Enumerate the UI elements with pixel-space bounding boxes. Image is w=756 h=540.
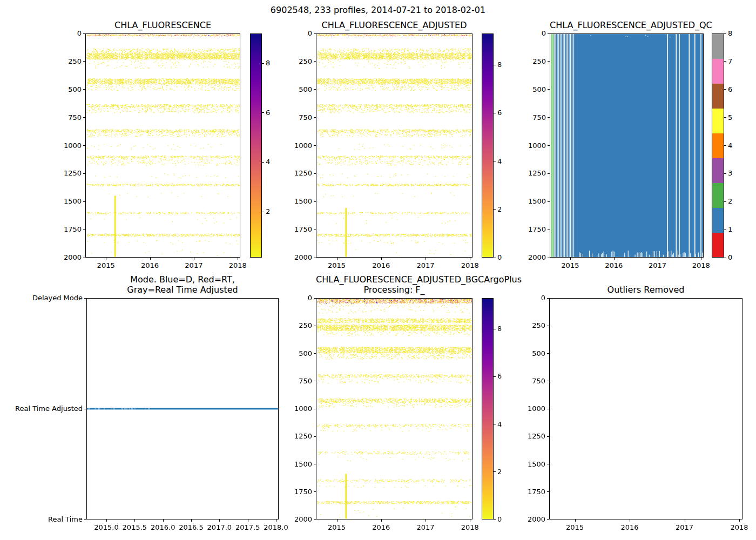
colorbar-tick-label: 8 [497, 60, 514, 69]
y-tick-label: 1500 [53, 197, 82, 205]
colorbar-tick-label: 0 [497, 515, 514, 523]
x-tick-mark [630, 519, 630, 522]
y-tick-label: 1500 [517, 460, 545, 468]
colorbar-tick-mark [262, 162, 264, 163]
y-tick-mark [84, 298, 86, 299]
subplot-title-chla-fluorescence-adjusted-qc: CHLA_FLUORESCENCE_ADJUSTED_QC [550, 20, 704, 30]
plot-area-qc[interactable] [550, 33, 704, 258]
x-tick-label: 2016 [364, 261, 399, 269]
x-tick-mark [470, 519, 470, 522]
y-tick-mark [547, 409, 549, 409]
colorbar-tick-mark [494, 519, 496, 520]
colorbar-tick-label: 5 [728, 113, 744, 122]
x-tick-label: 2016 [364, 523, 399, 531]
y-tick-label: 1250 [53, 169, 82, 177]
y-tick-label: 1000 [517, 404, 545, 413]
x-tick-mark [658, 258, 658, 260]
y-tick-mark [314, 326, 316, 326]
y-tick-mark [548, 145, 550, 146]
y-tick-mark [314, 409, 316, 409]
x-tick-label: 2017 [640, 261, 675, 269]
y-tick-mark [314, 230, 316, 230]
colorbar-segment-qc-5 [712, 109, 724, 133]
x-tick-mark [337, 519, 338, 522]
y-tick-label: 1750 [518, 225, 546, 233]
y-tick-label: 1750 [284, 488, 312, 496]
y-tick-label: 0 [518, 29, 546, 37]
y-tick-label: 750 [518, 113, 546, 122]
colorbar-tick-label: 2 [266, 207, 282, 215]
plot-area-outliers-removed[interactable] [549, 298, 742, 519]
x-tick-mark [470, 258, 470, 260]
colorbar-tick-label: 6 [728, 85, 744, 93]
colorbar-tick-label: 0 [497, 253, 514, 261]
y-tick-label: 1000 [518, 141, 546, 150]
y-tick-mark [83, 33, 85, 34]
y-tick-mark [547, 298, 549, 299]
x-tick-label: 2018 [453, 523, 487, 531]
plot-area-bgc-argo-plus[interactable] [316, 298, 473, 519]
y-tick-mark [314, 491, 316, 492]
y-tick-label: 1500 [284, 460, 312, 468]
colorbar-tick-label: 4 [497, 157, 514, 165]
y-tick-mark [548, 173, 550, 174]
colorbar-tick-mark [494, 376, 496, 377]
y-tick-label: 2000 [284, 515, 312, 523]
x-tick-mark [426, 519, 426, 522]
x-tick-mark [238, 258, 238, 260]
colorbar-tick-mark [262, 63, 264, 64]
y-tick-mark [314, 33, 316, 34]
x-tick-mark [570, 258, 571, 260]
y-tick-label: 1250 [284, 432, 312, 440]
y-tick-mark [83, 258, 85, 258]
x-tick-label: 2016 [133, 261, 167, 269]
figure: 6902548, 233 profiles, 2014-07-21 to 201… [0, 0, 756, 540]
x-tick-mark [337, 258, 338, 260]
plot-area-chla-fluorescence[interactable] [85, 33, 240, 258]
y-tick-mark [314, 353, 316, 354]
y-tick-label: 250 [284, 57, 312, 65]
x-tick-mark [426, 258, 426, 260]
subplot-title-bgc-argo-plus: CHLA_FLUORESCENCE_ADJUSTED_BGCArgoPlus P… [316, 274, 473, 295]
x-tick-mark [106, 519, 107, 522]
colorbar-tick-mark [494, 471, 496, 472]
y-tick-mark [547, 381, 549, 381]
colorbar-qc-discrete [712, 33, 724, 258]
colorbar-segment-qc-0 [712, 232, 724, 257]
y-tick-mark [547, 353, 549, 354]
y-tick-label: 750 [284, 113, 312, 122]
y-tick-label: 0 [284, 294, 312, 302]
x-tick-mark [219, 519, 220, 522]
y-tick-label: 500 [517, 349, 545, 357]
colorbar-segment-qc-8 [712, 34, 724, 59]
x-tick-label: 2016 [597, 261, 631, 269]
y-tick-label: 1000 [284, 404, 312, 413]
y-tick-mark [84, 519, 86, 520]
y-tick-label: 1500 [284, 197, 312, 205]
plot-area-chla-fluorescence-adjusted[interactable] [316, 33, 473, 258]
subplot-title-chla-fluorescence: CHLA_FLUORESCENCE [85, 20, 240, 30]
y-tick-mark [314, 258, 316, 258]
x-tick-mark [194, 258, 194, 260]
y-tick-label: 2000 [284, 253, 312, 261]
colorbar-tick-mark [494, 65, 496, 65]
colorbar-tick-label: 2 [497, 468, 514, 476]
colorbar-tick-mark [724, 89, 726, 90]
y-tick-mark [548, 33, 550, 34]
y-tick-mark [314, 201, 316, 202]
colorbar-tick-mark [262, 112, 264, 113]
y-tick-label: 1000 [53, 141, 82, 150]
colorbar-plasma [482, 298, 494, 519]
plot-area-mode[interactable] [86, 298, 279, 519]
y-tick-label: 1250 [284, 169, 312, 177]
colorbar-tick-mark [494, 209, 496, 210]
x-tick-label: 2017 [667, 523, 702, 531]
y-tick-mark [548, 89, 550, 90]
y-tick-label: 0 [284, 29, 312, 37]
x-tick-label: 2015 [320, 523, 354, 531]
colorbar-plasma [482, 33, 494, 258]
y-tick-mark [314, 519, 316, 520]
y-tick-label: 250 [53, 57, 82, 65]
colorbar-tick-label: 3 [728, 169, 744, 177]
colorbar-tick-mark [724, 33, 726, 34]
